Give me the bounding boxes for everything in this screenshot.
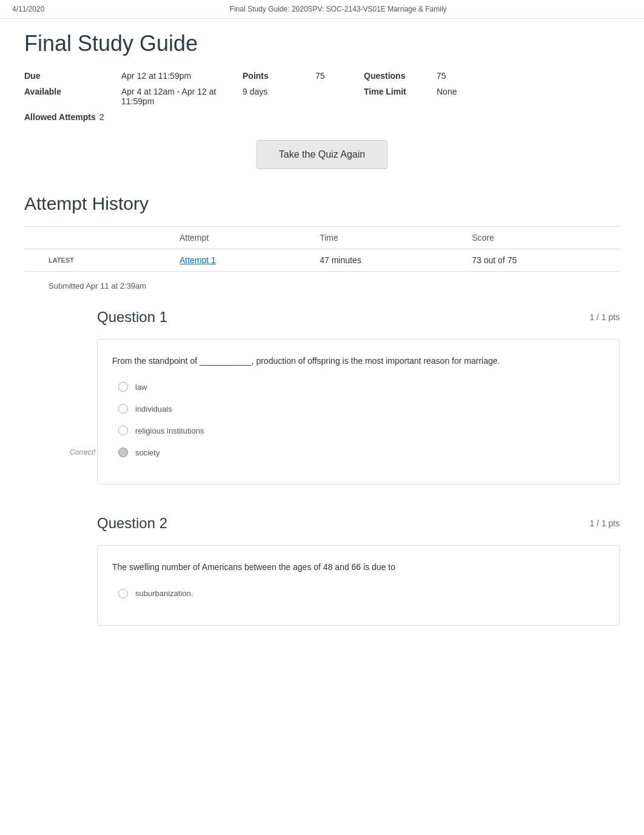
meta-row-1: Due Apr 12 at 11:59pm Points 75 Question…: [24, 71, 620, 81]
radio-1-1[interactable]: [118, 382, 128, 392]
answer-label-1-3: religious institutions: [135, 426, 204, 435]
quiz-meta: Due Apr 12 at 11:59pm Points 75 Question…: [24, 71, 620, 122]
answer-label-1-2: individuals: [135, 404, 172, 414]
question-1-block: Question 11 / 1 ptsFrom the standpoint o…: [97, 303, 620, 485]
points-label: Points: [243, 71, 315, 81]
time-limit-value: None: [437, 87, 485, 106]
col-attempt: Attempt: [167, 227, 307, 249]
take-quiz-button[interactable]: Take the Quiz Again: [257, 140, 387, 169]
attempt-table-header-row: Attempt Time Score: [24, 227, 620, 249]
answer-label-1-1: law: [135, 383, 147, 392]
question-1-text: From the standpoint of ___________, prod…: [112, 354, 605, 367]
meta-row-2: Available Apr 4 at 12am - Apr 12 at 11:5…: [24, 87, 620, 106]
questions-label: Questions: [364, 71, 437, 81]
question-2-answer-1[interactable]: suburbanization.: [112, 589, 605, 599]
question-1-answer-2[interactable]: individuals: [112, 404, 605, 414]
question-2-block: Question 21 / 1 ptsThe swelling number o…: [97, 509, 620, 625]
attempt-time: 47 minutes: [307, 249, 460, 272]
meta-row-3: Allowed Attempts 2: [24, 112, 620, 122]
answer-label-1-4: society: [135, 448, 159, 457]
due-label: Due: [24, 71, 121, 81]
radio-1-3[interactable]: [118, 426, 128, 435]
attempt-table: Attempt Time Score LATEST Attempt 1 47 m…: [24, 226, 620, 272]
points-value: 75: [315, 71, 364, 81]
questions-value: 75: [437, 71, 485, 81]
take-quiz-btn-wrapper: Take the Quiz Again: [24, 140, 620, 169]
question-1-answer-2-wrapper: individuals: [112, 404, 605, 414]
question-2-wrapper: Question 21 / 1 ptsThe swelling number o…: [24, 509, 620, 625]
submitted-info-text: Submitted Apr 11 at 2:39am: [49, 281, 146, 290]
radio-1-2[interactable]: [118, 404, 128, 414]
latest-tag: LATEST: [24, 249, 167, 272]
question-2-header: Question 21 / 1 pts: [97, 509, 620, 538]
top-bar-title: Final Study Guide: 2020SPV: SOC-2143-VS0…: [230, 5, 447, 13]
answer-label-2-1: suburbanization.: [135, 589, 193, 598]
question-1-answer-4-wrapper: Correct!society: [112, 448, 605, 457]
question-1-answer-3-wrapper: religious institutions: [112, 426, 605, 435]
question-1-body: From the standpoint of ___________, prod…: [97, 339, 620, 485]
table-row: LATEST Attempt 1 47 minutes 73 out of 75: [24, 249, 620, 272]
available-value: Apr 4 at 12am - Apr 12 at 11:59pm: [121, 87, 243, 106]
question-1-answer-1[interactable]: law: [112, 382, 605, 392]
question-2-text: The swelling number of Americans between…: [112, 560, 605, 574]
question-2-answer-1-wrapper: suburbanization.: [112, 589, 605, 599]
question-1-answer-3[interactable]: religious institutions: [112, 426, 605, 435]
available-note: 9 days: [243, 87, 315, 106]
col-tag: [24, 227, 167, 249]
question-2-pts: 1 / 1 pts: [589, 518, 620, 528]
main-content: Final Study Guide Due Apr 12 at 11:59pm …: [0, 19, 644, 674]
attempt-score: 73 out of 75: [460, 249, 620, 272]
radio-2-1[interactable]: [118, 589, 128, 599]
available-label: Available: [24, 87, 121, 106]
col-score: Score: [460, 227, 620, 249]
question-1-wrapper: Question 11 / 1 ptsFrom the standpoint o…: [24, 303, 620, 485]
attempt-link[interactable]: Attempt 1: [167, 249, 307, 272]
question-2-title: Question 2: [97, 515, 167, 532]
due-value: Apr 12 at 11:59pm: [121, 71, 243, 81]
question-1-header: Question 11 / 1 pts: [97, 303, 620, 332]
top-bar: 4/11/2020 Final Study Guide: 2020SPV: SO…: [0, 0, 644, 19]
correct-tag-1: Correct!: [70, 448, 96, 457]
allowed-attempts-value: 2: [99, 112, 104, 122]
top-bar-date: 4/11/2020: [12, 5, 44, 13]
time-limit-label: Time Limit: [364, 87, 437, 106]
radio-1-4[interactable]: [118, 448, 128, 457]
page-title: Final Study Guide: [24, 31, 620, 56]
question-1-pts: 1 / 1 pts: [589, 312, 620, 322]
col-time: Time: [307, 227, 460, 249]
question-1-answer-1-wrapper: law: [112, 382, 605, 392]
questions-container: Question 11 / 1 ptsFrom the standpoint o…: [24, 303, 620, 626]
attempt-history-title: Attempt History: [24, 193, 620, 214]
question-1-title: Question 1: [97, 309, 167, 326]
question-2-body: The swelling number of Americans between…: [97, 545, 620, 625]
submitted-info: Submitted Apr 11 at 2:39am: [24, 272, 620, 290]
question-1-answer-4[interactable]: society: [112, 448, 605, 457]
allowed-attempts-label: Allowed Attempts: [24, 112, 96, 122]
